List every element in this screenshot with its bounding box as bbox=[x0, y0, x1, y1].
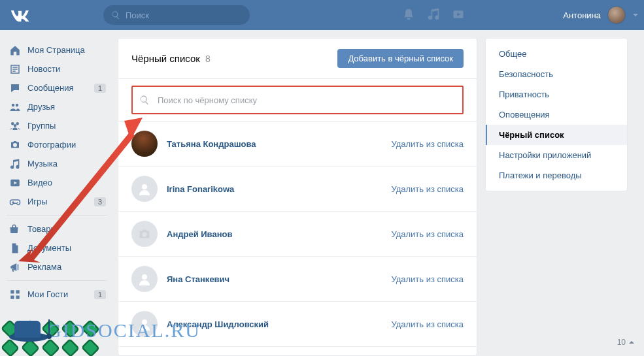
avatar-deactivated[interactable] bbox=[131, 176, 158, 202]
list-item: Irina Fonarikowa Удалить из списка bbox=[118, 167, 477, 212]
nav-label: Сообщения bbox=[27, 83, 94, 93]
nav-news[interactable]: Новости bbox=[4, 59, 110, 78]
nav-badge: 1 bbox=[94, 290, 106, 299]
nav-label: Фотографии bbox=[27, 140, 106, 150]
blacklist-search-input[interactable] bbox=[158, 95, 456, 105]
settings-item[interactable]: Чёрный список bbox=[486, 125, 627, 145]
person-name[interactable]: Яна Станкевич bbox=[167, 274, 229, 284]
svg-point-6 bbox=[142, 184, 147, 189]
video-play-icon[interactable] bbox=[452, 8, 465, 23]
chevron-down-icon bbox=[632, 10, 639, 20]
remove-link[interactable]: Удалить из списка bbox=[391, 184, 464, 194]
person-name[interactable]: Татьяна Кондрашова bbox=[167, 139, 256, 149]
music-icon[interactable] bbox=[427, 8, 440, 23]
nav-home[interactable]: Моя Страница bbox=[4, 40, 110, 59]
header-icons bbox=[402, 8, 465, 23]
person-name[interactable]: Андрей Иванов bbox=[167, 229, 232, 239]
nav-label: Моя Страница bbox=[27, 45, 106, 55]
global-search[interactable] bbox=[103, 5, 250, 25]
avatar-placeholder[interactable] bbox=[131, 221, 158, 247]
user-menu[interactable]: Антонина bbox=[563, 6, 639, 24]
grid-icon bbox=[8, 289, 22, 300]
blacklist-panel: Чёрный список 8 Добавить в чёрный список… bbox=[118, 38, 477, 356]
games-icon bbox=[8, 196, 22, 208]
settings-item[interactable]: Настройки приложений bbox=[486, 145, 627, 165]
chevron-up-icon bbox=[628, 339, 635, 346]
person-name[interactable]: Irina Fonarikowa bbox=[167, 184, 234, 194]
nav-label: Друзья bbox=[27, 102, 106, 112]
settings-item[interactable]: Оповещения bbox=[486, 105, 627, 125]
search-icon bbox=[139, 95, 150, 105]
avatar-deactivated[interactable] bbox=[131, 266, 158, 292]
nav-video[interactable]: Видео bbox=[4, 173, 110, 192]
scroll-to-top[interactable]: 10 bbox=[617, 338, 635, 347]
settings-menu: Общее Безопасность Приватность Оповещени… bbox=[485, 38, 628, 191]
nav-label: Реклама bbox=[27, 262, 106, 272]
remove-link[interactable]: Удалить из списка bbox=[391, 319, 464, 329]
page-title: Чёрный список bbox=[131, 53, 200, 64]
ads-icon bbox=[8, 261, 22, 273]
watermark: GIDSOCIAL.RU bbox=[9, 314, 201, 347]
nav-photos[interactable]: Фотографии bbox=[4, 135, 110, 154]
nav-music[interactable]: Музыка bbox=[4, 154, 110, 173]
remove-link[interactable]: Удалить из списка bbox=[391, 139, 464, 149]
add-to-blacklist-button[interactable]: Добавить в чёрный список bbox=[337, 49, 464, 68]
vk-logo[interactable] bbox=[9, 8, 31, 22]
nav-label: Игры bbox=[27, 197, 94, 206]
graduation-cap-icon bbox=[9, 314, 51, 347]
list-item: Андрей Иванов Удалить из списка bbox=[118, 212, 477, 257]
list-item: Яна Станкевич Удалить из списка bbox=[118, 257, 477, 302]
blacklist-count: 8 bbox=[205, 54, 211, 64]
news-icon bbox=[8, 63, 22, 75]
nav-docs[interactable]: Документы bbox=[4, 238, 110, 257]
nav-msg[interactable]: Сообщения 1 bbox=[4, 78, 110, 97]
photos-icon bbox=[8, 139, 22, 151]
top-header: Антонина bbox=[0, 0, 644, 30]
groups-icon bbox=[8, 120, 22, 132]
settings-item[interactable]: Приватность bbox=[486, 84, 627, 105]
left-nav: Моя Страница Новости Сообщения 1 Друзья … bbox=[4, 38, 110, 356]
settings-item[interactable]: Безопасность bbox=[486, 64, 627, 84]
home-icon bbox=[8, 44, 22, 56]
avatar[interactable] bbox=[131, 131, 158, 157]
nav-ads[interactable]: Реклама bbox=[4, 257, 110, 276]
friends-icon bbox=[8, 101, 22, 113]
remove-link[interactable]: Удалить из списка bbox=[391, 229, 464, 239]
market-icon bbox=[8, 223, 22, 235]
nav-label: Документы bbox=[27, 243, 106, 253]
msg-icon bbox=[8, 82, 22, 94]
svg-point-7 bbox=[142, 274, 147, 280]
nav-badge: 3 bbox=[94, 197, 106, 206]
nav-market[interactable]: Товары bbox=[4, 219, 110, 238]
user-avatar bbox=[607, 6, 626, 24]
nav-groups[interactable]: Группы bbox=[4, 116, 110, 135]
svg-rect-5 bbox=[16, 295, 20, 299]
svg-rect-4 bbox=[10, 295, 14, 299]
video-icon bbox=[8, 177, 22, 189]
docs-icon bbox=[8, 242, 22, 254]
nav-label: Музыка bbox=[27, 159, 106, 169]
nav-badge: 1 bbox=[94, 84, 106, 93]
blacklist-search-highlight bbox=[131, 86, 464, 114]
nav-label: Новости bbox=[27, 64, 106, 74]
nav-label: Видео bbox=[27, 178, 106, 187]
username: Антонина bbox=[563, 10, 601, 20]
nav-label: Мои Гости bbox=[27, 289, 94, 299]
search-icon bbox=[111, 10, 120, 20]
nav-games[interactable]: Игры 3 bbox=[4, 192, 110, 211]
nav-grid[interactable]: Мои Гости 1 bbox=[4, 285, 110, 304]
nav-label: Группы bbox=[27, 121, 106, 131]
nav-label: Товары bbox=[27, 224, 106, 234]
list-item: Ирина Пашко Удалить из списка bbox=[118, 347, 477, 356]
svg-rect-3 bbox=[16, 290, 20, 293]
nav-friends[interactable]: Друзья bbox=[4, 97, 110, 116]
remove-link[interactable]: Удалить из списка bbox=[391, 274, 464, 284]
music-icon bbox=[8, 158, 22, 170]
list-item: Татьяна Кондрашова Удалить из списка bbox=[118, 121, 477, 167]
svg-rect-2 bbox=[10, 290, 14, 293]
global-search-input[interactable] bbox=[126, 10, 242, 20]
notifications-icon[interactable] bbox=[402, 8, 415, 23]
settings-item[interactable]: Общее bbox=[486, 44, 627, 64]
settings-item[interactable]: Платежи и переводы bbox=[486, 165, 627, 186]
